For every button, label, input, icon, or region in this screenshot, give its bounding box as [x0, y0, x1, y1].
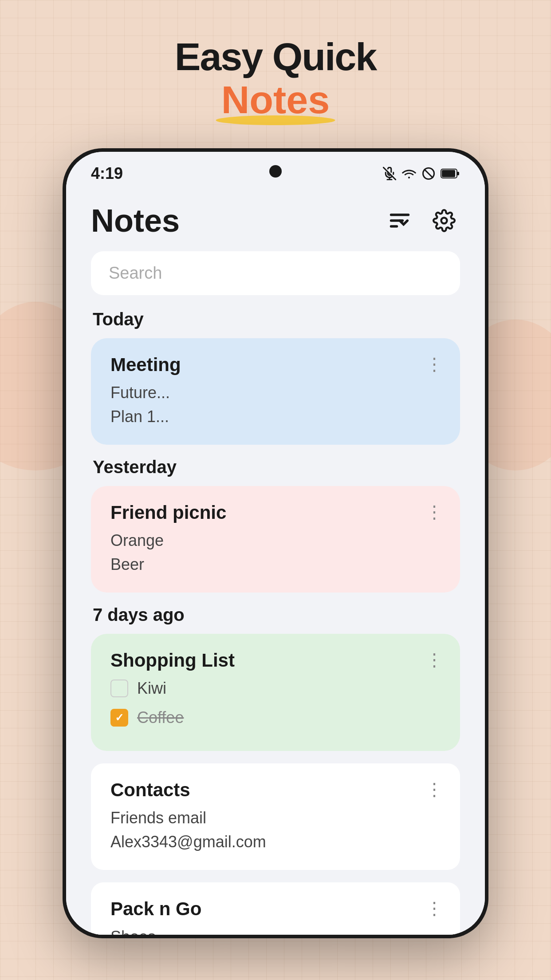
note-card-picnic[interactable]: Friend picnic Orange Beer ⋮ [91, 486, 460, 593]
wifi-icon [401, 167, 417, 180]
note-more-meeting[interactable]: ⋮ [425, 354, 444, 374]
phone-screen: 4:19 [66, 152, 485, 935]
notes-title: Notes [91, 202, 180, 239]
mute-icon [383, 167, 396, 180]
app-title-line2: Notes [221, 79, 330, 122]
note-body-contacts: Friends email Alex3343@gmail.com [110, 806, 441, 854]
search-bar[interactable]: Search [91, 251, 460, 295]
app-header: Notes [91, 202, 460, 239]
svg-point-11 [441, 217, 447, 223]
svg-rect-6 [442, 170, 455, 177]
checkbox-kiwi-box[interactable] [110, 680, 128, 697]
checkbox-coffee-box[interactable]: ✓ [110, 709, 128, 727]
note-body-shopping: Kiwi ✓ Coffee [110, 676, 441, 730]
header-icons [384, 205, 460, 237]
section-7days: 7 days ago [91, 605, 460, 625]
section-yesterday: Yesterday [91, 457, 460, 477]
svg-line-4 [424, 169, 433, 178]
note-more-shopping[interactable]: ⋮ [425, 650, 444, 669]
checkbox-coffee[interactable]: ✓ Coffee [110, 706, 441, 730]
app-title-line1: Easy Quick [175, 36, 377, 79]
note-body-pack: Shoes bread [110, 925, 441, 935]
note-more-contacts[interactable]: ⋮ [425, 779, 444, 799]
status-icons [383, 167, 460, 180]
checkbox-kiwi-label: Kiwi [137, 676, 166, 700]
app-content: Notes [66, 183, 485, 935]
note-title-picnic: Friend picnic [110, 502, 441, 523]
note-card-meeting[interactable]: Meeting Future... Plan 1... ⋮ [91, 338, 460, 445]
phone-frame: 4:19 [63, 148, 488, 938]
camera-dot [269, 165, 282, 178]
svg-rect-7 [457, 172, 459, 175]
status-bar: 4:19 [66, 152, 485, 183]
section-today: Today [91, 309, 460, 329]
settings-button[interactable] [428, 205, 460, 237]
app-title-area: Easy Quick Notes [175, 36, 377, 122]
sort-button[interactable] [384, 205, 416, 237]
checkmark-icon: ✓ [115, 710, 124, 726]
battery-icon [441, 168, 460, 179]
search-placeholder: Search [109, 264, 162, 283]
note-card-pack[interactable]: Pack n Go Shoes bread ⋮ [91, 882, 460, 935]
note-card-shopping[interactable]: Shopping List Kiwi ✓ Coffee ⋮ [91, 634, 460, 751]
note-more-picnic[interactable]: ⋮ [425, 502, 444, 522]
note-title-contacts: Contacts [110, 779, 441, 801]
note-title-meeting: Meeting [110, 354, 441, 375]
sort-icon [388, 209, 411, 232]
note-body-picnic: Orange Beer [110, 529, 441, 577]
note-body-meeting: Future... Plan 1... [110, 381, 441, 429]
note-title-shopping: Shopping List [110, 650, 441, 671]
note-more-pack[interactable]: ⋮ [425, 898, 444, 918]
status-time: 4:19 [91, 164, 123, 183]
checkbox-kiwi[interactable]: Kiwi [110, 676, 441, 700]
no-sim-icon [422, 167, 435, 180]
settings-icon [433, 209, 456, 232]
checkbox-coffee-label: Coffee [137, 706, 184, 730]
note-title-pack: Pack n Go [110, 898, 441, 920]
note-card-contacts[interactable]: Contacts Friends email Alex3343@gmail.co… [91, 763, 460, 870]
